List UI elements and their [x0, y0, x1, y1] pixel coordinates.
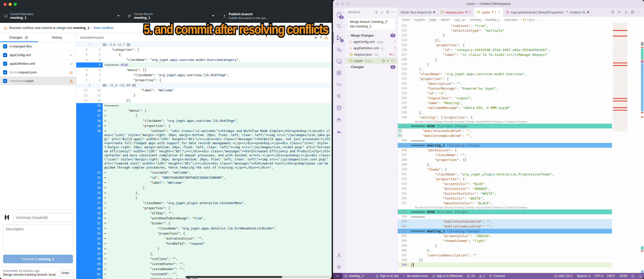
code-line-165[interactable]: 165 } — [398, 243, 612, 248]
breadcrumb-item-joget[interactable]: joget — [430, 18, 436, 22]
code-line-134[interactable]: 134 "footerMessage": "Powered by Joget", — [398, 86, 612, 91]
code-line-161[interactable]: 161 "mobileViewDisabled": "", — [398, 224, 612, 229]
scm-row-actions[interactable] — [382, 59, 389, 62]
diff-row[interactable]: 38+ "cssClass": "", — [76, 256, 332, 261]
code-line-140[interactable]: 140 "setting": {"properties": { — [398, 115, 612, 120]
undo-button[interactable]: Undo — [57, 269, 73, 276]
status-sign-in-to-jira[interactable]: Sign in to Jira — [373, 273, 401, 279]
status-remoteind[interactable] — [333, 273, 342, 279]
dirty-indicator[interactable] — [433, 11, 435, 13]
scm-section-merge-changes[interactable]: Merge Changes4 — [345, 32, 397, 39]
diff-row[interactable]: 22+ "id": "3B6F25A638EF40FFAD3C5DAAC41BA… — [76, 175, 332, 180]
diff-row[interactable]: 15+======= — [76, 103, 332, 108]
code-line-160[interactable]: 160 "mobileCacheEnabled": "", — [398, 219, 612, 224]
status-bell[interactable] — [637, 273, 644, 279]
code-line-123[interactable]: 123 } — [398, 33, 612, 38]
diff-row[interactable]: 35+ "formDefId": "request" — [76, 241, 332, 246]
breadcrumb-item-Users[interactable]: Users — [402, 18, 410, 22]
editor-tab-request.json[interactable]: {}request.json9+, ! — [438, 8, 474, 17]
diff-gutter[interactable]: 15 — [76, 103, 103, 108]
breadcrumb-item-app_src[interactable]: app_src — [455, 18, 466, 22]
code-line-168[interactable]: 168 }} — [398, 258, 612, 262]
status-no-active-issue[interactable]: No active issue — [401, 273, 430, 279]
code-line-126[interactable]: 126 "id": "category-e503d106-d7eb-4987-a… — [398, 47, 612, 52]
diff-row[interactable]: 29+ "allDay": "", — [76, 211, 332, 216]
code-line-124[interactable]: 124 }], — [398, 38, 612, 43]
diff-gutter[interactable]: 22 — [76, 175, 103, 180]
navigate-up-icon[interactable] — [618, 10, 621, 14]
diff-row[interactable]: 32+ "className": "org.joget.apps.datalis… — [76, 226, 332, 231]
status-connect[interactable]: Connect — [487, 273, 507, 279]
diff-row[interactable]: 26+ { — [76, 195, 332, 201]
diff-gutter[interactable]: 40 — [76, 267, 103, 272]
editor-tab-nRole-Test-Report.txt[interactable]: nRole-Test-Report.txt — [398, 8, 438, 17]
breadcrumb-item-hugolim[interactable]: hugolim — [414, 18, 425, 22]
scm-file-appDefinition.xml[interactable]: appDefinition.xml~/j...! — [345, 45, 397, 51]
view-conflicts-link[interactable]: View conflicts — [93, 26, 113, 30]
current-repository-selector[interactable]: Current Repository meeting_1 — [0, 9, 124, 23]
file-checkbox[interactable] — [3, 70, 7, 74]
code-line-153[interactable]: 153 "accentColor": "BLUE", — [398, 182, 612, 186]
diff-gutter[interactable]: 1314 — [76, 98, 103, 103]
minimize-window-button[interactable] — [9, 3, 12, 6]
diff-horizontal-scrollbar[interactable] — [186, 276, 332, 278]
breadcrumb-item-userviews[interactable]: userviews — [504, 18, 518, 22]
file-checkbox[interactable] — [3, 53, 7, 57]
diff-row[interactable]: 18+ "className": "org.joget.apps.uservie… — [76, 118, 332, 123]
diff-row[interactable]: 37+ }, — [76, 251, 332, 256]
code-line-147[interactable]: 147 "className": "", — [398, 153, 612, 157]
code-line-128[interactable]: 128 } — [398, 57, 612, 62]
file-checkbox[interactable] — [3, 79, 7, 83]
code-line-169[interactable]: 169} — [398, 262, 612, 267]
diff-gutter[interactable]: 18 — [76, 118, 103, 123]
code-line-132[interactable]: 132 "properties": { — [398, 76, 612, 81]
code-line-155[interactable]: 155 "buttonTextColor": "WHITE", — [398, 191, 612, 196]
diff-gutter[interactable]: 30 — [76, 216, 103, 221]
code-line-163[interactable]: 163 "primaryColor": "INDIGO", — [398, 234, 612, 238]
status-meeting-1-[interactable]: meeting_1! — [342, 273, 366, 279]
scm-file-request.json[interactable]: {}request.json~/jo...9+, ! — [345, 51, 397, 58]
code-line-144[interactable]: 144======= — [398, 138, 612, 143]
code-line-139[interactable]: 139 }, — [398, 110, 612, 115]
scm-file-appConfig.xml[interactable]: appConfig.xml~/joge...! — [345, 39, 397, 45]
diff-row[interactable]: 34+ "extraCondition": "", — [76, 236, 332, 241]
status-json[interactable]: JSON — [617, 273, 629, 279]
diff-row[interactable]: 39+ "customFooter": "", — [76, 261, 332, 267]
status-1[interactable]: 1 — [477, 273, 487, 279]
diff-content[interactable]: ↑@@ -2,6 +2,7 @@22 "categories": [33 {44… — [76, 42, 332, 279]
diff-row[interactable]: 36+ } — [76, 246, 332, 251]
activity-remote-explorer-icon[interactable] — [333, 55, 345, 67]
file-row-v.json[interactable]: userviews/v.json — [0, 77, 76, 85]
diff-row[interactable]: 23+ "label": "Welcome" — [76, 180, 332, 185]
activity-source-control-icon[interactable]: 4 — [333, 32, 345, 44]
commit-button[interactable]: Commit to meeting_1 — [3, 255, 73, 263]
chevron-down-icon[interactable] — [320, 37, 322, 38]
activity-extensions-icon[interactable] — [333, 67, 345, 79]
editor-tab-v.json[interactable]: {}v.json7, ! — [474, 8, 503, 17]
code-line-164[interactable]: 164 "themeScheme": "light" — [398, 238, 612, 243]
code-line-136[interactable]: 136 "logoutText": "Logout", — [398, 96, 612, 101]
scm-file-v.json[interactable]: {}v.json~/joge...7, ! — [345, 58, 397, 64]
diff-gutter[interactable]: 32 — [76, 226, 103, 231]
refresh-icon[interactable] — [386, 10, 389, 14]
diff-row[interactable]: 21+ "customId": "welcome", — [76, 170, 332, 175]
status-utf-8[interactable]: UTF-8 — [592, 273, 605, 279]
code-line-133[interactable]: 133 "description": "", — [398, 81, 612, 86]
zoom-window-button[interactable] — [14, 3, 17, 6]
navigate-down-icon[interactable] — [624, 10, 628, 14]
activity-zoom-search-icon[interactable] — [333, 90, 345, 102]
diff-gutter[interactable]: 78 — [76, 78, 103, 83]
status-crlf[interactable]: CRLF — [605, 273, 617, 279]
diff-gutter[interactable]: 19 — [76, 123, 103, 128]
breadcrumb-item-...[interactable]: ... — [539, 18, 542, 22]
status-cloudup[interactable]: undefined — [366, 273, 373, 279]
activity-cmake-icon[interactable] — [333, 125, 345, 137]
code-line-135[interactable]: 135 "id": "v", — [398, 91, 612, 96]
diff-gutter[interactable]: 34 — [76, 236, 103, 241]
code-line-167[interactable]: 167 "userviewDescription": "" — [398, 253, 612, 258]
activity-jira-icon[interactable] — [333, 79, 345, 90]
split-editor-icon[interactable] — [631, 10, 634, 14]
code-line-151[interactable]: 151 "className": "org.joget.plugin.enter… — [398, 172, 612, 177]
diff-row[interactable]: 56 "menus": [{ — [76, 68, 332, 73]
diff-gutter[interactable]: 22 — [76, 47, 103, 52]
